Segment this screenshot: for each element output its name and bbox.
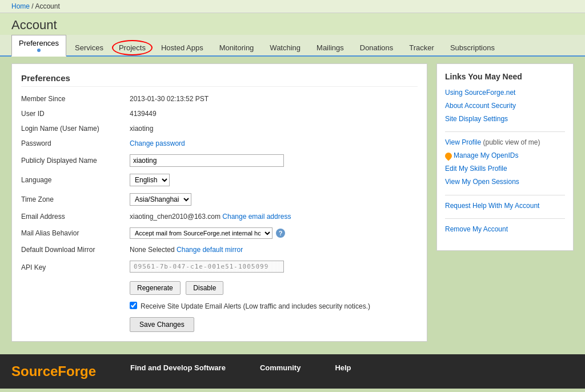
save-btn-row: Save Changes (130, 317, 418, 332)
link-view-my-open-sessions[interactable]: View My Open Sessions (445, 177, 565, 187)
tab-mailings[interactable]: Mailings (309, 39, 351, 55)
footer-col2-title: Find and Develop Software (130, 363, 226, 372)
footer-col4-title: Help (335, 363, 351, 372)
api-key-row: API Key 09561-7b-047-c1e-001e51-1005099 (21, 261, 418, 274)
api-key-display: 09561-7b-047-c1e-001e51-1005099 (130, 261, 284, 273)
link-remove-my-account[interactable]: Remove My Account (445, 225, 565, 234)
timezone-select[interactable]: Asia/Shanghai (130, 193, 191, 206)
mirror-label: Default Download Mirror (21, 246, 130, 254)
tab-monitoring[interactable]: Monitoring (212, 39, 262, 55)
link-request-help-with-my-account[interactable]: Request Help With My Account (445, 201, 565, 211)
footer-logo-col: SourceForge (11, 363, 96, 379)
api-key-label: API Key (21, 263, 130, 271)
footer-col3-title: Community (260, 363, 301, 372)
links-group-2: View Profile (public view of me)Manage M… (445, 138, 565, 186)
footer-col-3: Community (260, 363, 301, 374)
breadcrumb-home[interactable]: Home (11, 2, 30, 10)
member-since-value: 2013-01-30 02:13:52 PST (130, 95, 418, 103)
user-id-value: 4139449 (130, 110, 418, 118)
mail-alias-controls: Accept mail from SourceForge.net interna… (130, 227, 418, 239)
link-sub-text: (public view of me) (481, 138, 540, 146)
disable-button[interactable]: Disable (186, 281, 223, 295)
email-alerts-row: Receive Site Update Email Alerts (Low tr… (130, 302, 418, 311)
tab-tracker[interactable]: Tracker (402, 39, 442, 55)
timezone-row: Time Zone Asia/Shanghai (21, 193, 418, 206)
timezone-select-wrapper: Asia/Shanghai (130, 193, 418, 206)
link-using-sourceforge.net[interactable]: Using SourceForge.net (445, 88, 565, 98)
change-email-link[interactable]: Change email address (222, 213, 291, 221)
member-since-label: Member Since (21, 95, 130, 103)
email-value: xiaoting_chen2010@163.com Change email a… (130, 213, 418, 221)
user-id-row: User ID 4139449 (21, 110, 418, 118)
display-name-field-wrapper (130, 154, 418, 167)
mail-alias-label: Mail Alias Behavior (21, 229, 130, 237)
divider-1 (445, 131, 565, 132)
links-group-1: Using SourceForge.netAbout Account Secur… (445, 88, 565, 123)
api-key-field-wrapper: 09561-7b-047-c1e-001e51-1005099 (130, 261, 418, 274)
tab-donations[interactable]: Donations (352, 39, 401, 55)
link-edit-my-skills-profile[interactable]: Edit My Skills Profile (445, 164, 565, 174)
email-row: Email Address xiaoting_chen2010@163.com … (21, 213, 418, 221)
email-address-text: xiaoting_chen2010@163.com (130, 213, 221, 221)
mail-alias-wrapper: Accept mail from SourceForge.net interna… (130, 227, 418, 239)
tab-preferences[interactable]: Preferences (11, 35, 66, 57)
right-sidebar: Links You May Need Using SourceForge.net… (436, 63, 574, 342)
mirror-row: Default Download Mirror None Selected Ch… (21, 246, 418, 254)
login-name-row: Login Name (User Name) xiaoting (21, 125, 418, 133)
mail-alias-help-icon[interactable]: ? (276, 229, 285, 238)
password-label: Password (21, 139, 130, 147)
language-row: Language English (21, 174, 418, 186)
link-manage-my-openids[interactable]: Manage My OpenIDs (445, 151, 565, 161)
member-since-row: Member Since 2013-01-30 02:13:52 PST (21, 95, 418, 103)
tab-subscriptions[interactable]: Subscriptions (443, 39, 502, 55)
tab-watching[interactable]: Watching (262, 39, 308, 55)
mirror-value: None Selected Change default mirror (130, 246, 418, 254)
mail-alias-row: Mail Alias Behavior Accept mail from Sou… (21, 227, 418, 239)
display-name-label: Publicly Displayed Name (21, 157, 130, 165)
change-mirror-link[interactable]: Change default mirror (177, 246, 243, 254)
language-label: Language (21, 176, 130, 184)
link-view-profile[interactable]: View Profile (public view of me) (445, 138, 565, 147)
save-changes-button[interactable]: Save Changes (130, 317, 194, 332)
tab-navigation: PreferencesServicesProjectsHosted AppsMo… (0, 35, 585, 57)
mail-alias-select[interactable]: Accept mail from SourceForge.net interna… (130, 227, 273, 239)
login-name-value: xiaoting (130, 125, 418, 133)
tab-projects[interactable]: Projects (112, 40, 153, 55)
tab-dot-preferences (37, 49, 41, 52)
display-name-row: Publicly Displayed Name (21, 154, 418, 167)
email-label: Email Address (21, 213, 130, 221)
timezone-label: Time Zone (21, 195, 130, 203)
link-about-account-security[interactable]: About Account Security (445, 101, 565, 111)
links-panel-title: Links You May Need (445, 72, 565, 81)
password-row: Password Change password (21, 139, 418, 147)
footer: SourceForge Find and Develop Software Co… (0, 354, 585, 389)
change-password-link[interactable]: Change password (130, 139, 185, 147)
panel-title: Preferences (21, 73, 418, 87)
links-panel: Links You May Need Using SourceForge.net… (436, 63, 574, 251)
main-content: Preferences Member Since 2013-01-30 02:1… (0, 57, 585, 349)
page-title-bar: Account (0, 13, 585, 35)
tab-services[interactable]: Services (67, 39, 111, 55)
link-site-display-settings[interactable]: Site Display Settings (445, 114, 565, 124)
links-group-3: Request Help With My Account (445, 201, 565, 211)
breadcrumb-current: Account (35, 2, 59, 10)
language-select-wrapper: English (130, 174, 418, 186)
email-alerts-checkbox[interactable] (130, 302, 137, 309)
divider-2 (445, 195, 565, 195)
regenerate-button[interactable]: Regenerate (130, 281, 181, 295)
openid-icon (444, 151, 454, 161)
footer-col-4: Help (335, 363, 351, 374)
footer-logo: SourceForge (11, 363, 96, 379)
display-name-input[interactable] (130, 154, 284, 167)
user-id-label: User ID (21, 110, 130, 118)
preferences-panel: Preferences Member Since 2013-01-30 02:1… (11, 63, 427, 342)
password-value: Change password (130, 139, 418, 147)
tab-hosted-apps[interactable]: Hosted Apps (154, 39, 211, 55)
divider-3 (445, 218, 565, 219)
breadcrumb-bar: Home / Account (0, 0, 585, 13)
language-select[interactable]: English (130, 174, 170, 186)
mirror-text: None Selected (130, 246, 175, 254)
login-name-label: Login Name (User Name) (21, 125, 130, 133)
page-title: Account (11, 18, 574, 33)
footer-col-2: Find and Develop Software (130, 363, 226, 374)
